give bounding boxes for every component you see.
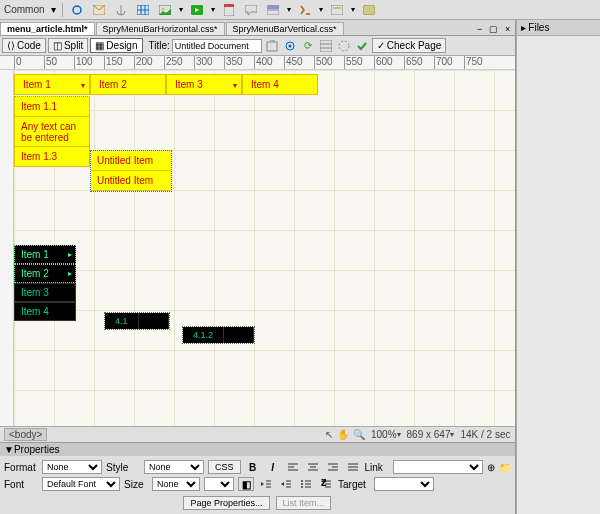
tab-spry-horizontal[interactable]: SpryMenuBarHorizontal.css* xyxy=(96,22,225,35)
tag-chooser-icon[interactable] xyxy=(361,2,377,18)
hmenu-submenu-1-3: Untitled Item Untitled Item xyxy=(90,150,172,192)
media-icon[interactable] xyxy=(189,2,205,18)
target-select[interactable] xyxy=(374,477,434,491)
table-icon[interactable] xyxy=(135,2,151,18)
vmenu-item-4[interactable]: Item 4 xyxy=(14,302,76,321)
select-tool-icon[interactable]: ↖ xyxy=(325,429,333,440)
svg-point-41 xyxy=(301,483,303,485)
chevron-down-icon: ▾ xyxy=(233,81,237,90)
unordered-list-icon[interactable] xyxy=(298,477,314,491)
dropdown-arrow-icon[interactable]: ▾ xyxy=(211,5,215,14)
size-unit-select[interactable] xyxy=(204,477,234,491)
submenu-item[interactable]: Item 1.1 xyxy=(14,96,90,117)
point-to-file-icon[interactable]: ⊕ xyxy=(487,462,495,473)
vsub-item-empty[interactable] xyxy=(139,313,169,329)
title-input[interactable] xyxy=(172,39,262,53)
target-label: Target xyxy=(338,479,370,490)
design-view-button[interactable]: ▦Design xyxy=(90,38,142,53)
vsub-item[interactable]: 4.1 xyxy=(105,313,139,329)
anchor-icon[interactable] xyxy=(113,2,129,18)
vmenu-item-1[interactable]: Item 1▸ xyxy=(14,245,76,264)
size-select[interactable]: None xyxy=(152,477,200,491)
submenu-item[interactable]: Item 1.3 xyxy=(14,147,90,167)
ordered-list-icon[interactable]: 12 xyxy=(318,477,334,491)
link-select[interactable] xyxy=(393,460,483,474)
view-options-icon[interactable] xyxy=(318,38,334,54)
dropdown-arrow-icon[interactable]: ▾ xyxy=(179,5,183,14)
dropdown-arrow-icon[interactable]: ▾ xyxy=(287,5,291,14)
browse-folder-icon[interactable]: 📁 xyxy=(499,462,511,473)
date-icon[interactable] xyxy=(221,2,237,18)
split-view-button[interactable]: ◫Split xyxy=(48,38,88,53)
hmenu-item-4[interactable]: Item 4 xyxy=(242,74,318,95)
toolbar-category[interactable]: Common xyxy=(4,4,45,15)
align-right-icon[interactable] xyxy=(325,460,341,474)
visual-aids-icon[interactable] xyxy=(336,38,352,54)
close-icon[interactable]: × xyxy=(501,23,515,35)
format-select[interactable]: None xyxy=(42,460,102,474)
style-select[interactable]: None xyxy=(144,460,204,474)
script-icon[interactable] xyxy=(297,2,313,18)
properties-panel: ▼ Properties Format None Style None CSS … xyxy=(0,442,515,514)
comment-icon[interactable] xyxy=(243,2,259,18)
vsub-item[interactable]: 4.1.2 xyxy=(183,327,224,343)
dropdown-arrow-icon[interactable]: ▾ xyxy=(351,5,355,14)
tag-selector[interactable]: <body> xyxy=(4,428,47,441)
check-page-button[interactable]: ✓Check Page xyxy=(372,38,446,53)
file-management-icon[interactable] xyxy=(264,38,280,54)
zoom-tool-icon[interactable]: 🔍 xyxy=(353,429,365,440)
code-view-button[interactable]: ⟨⟩Code xyxy=(2,38,46,53)
restore-icon[interactable]: ▢ xyxy=(487,23,501,35)
refresh-icon[interactable]: ⟳ xyxy=(300,38,316,54)
dropdown-arrow-icon[interactable]: ▾ xyxy=(51,4,56,15)
head-icon[interactable] xyxy=(265,2,281,18)
status-bar: <body> ↖ ✋ 🔍 100% ▾ 869 x 647 ▾ 14K / 2 … xyxy=(0,426,515,442)
document-tabs: menu_article.html* SpryMenuBarHorizontal… xyxy=(0,20,515,36)
submenu-item[interactable]: Any text can be entered xyxy=(14,117,90,147)
text-color-icon[interactable]: ◧ xyxy=(238,477,254,491)
preview-icon[interactable] xyxy=(282,38,298,54)
svg-rect-12 xyxy=(267,10,279,15)
properties-header[interactable]: ▼ Properties xyxy=(0,443,515,456)
align-center-icon[interactable] xyxy=(305,460,321,474)
vertical-ruler xyxy=(0,70,14,426)
indent-icon[interactable] xyxy=(278,477,294,491)
font-select[interactable]: Default Font xyxy=(42,477,120,491)
dropdown-arrow-icon[interactable]: ▾ xyxy=(397,430,401,439)
svg-rect-14 xyxy=(333,7,341,9)
vmenu-item-3[interactable]: Item 3 xyxy=(14,283,76,302)
validate-icon[interactable] xyxy=(354,38,370,54)
dropdown-arrow-icon[interactable]: ▾ xyxy=(319,5,323,14)
css-button[interactable]: CSS xyxy=(208,460,241,474)
hmenu-item-2[interactable]: Item 2 xyxy=(90,74,166,95)
minimize-icon[interactable]: − xyxy=(473,23,487,35)
outdent-icon[interactable] xyxy=(258,477,274,491)
align-left-icon[interactable] xyxy=(285,460,301,474)
email-icon[interactable] xyxy=(91,2,107,18)
tab-spry-vertical[interactable]: SpryMenuBarVertical.css* xyxy=(226,22,344,35)
page-properties-button[interactable]: Page Properties... xyxy=(183,496,269,510)
files-panel-header[interactable]: ▸ Files xyxy=(517,20,600,36)
italic-icon[interactable]: I xyxy=(265,460,281,474)
dropdown-arrow-icon[interactable]: ▾ xyxy=(450,430,454,439)
bold-icon[interactable]: B xyxy=(245,460,261,474)
hyperlink-icon[interactable] xyxy=(69,2,85,18)
window-size[interactable]: 869 x 647 xyxy=(407,429,451,440)
hmenu-item-1[interactable]: Item 1▾ xyxy=(14,74,90,95)
align-justify-icon[interactable] xyxy=(345,460,361,474)
design-icon: ▦ xyxy=(95,40,104,51)
list-item-button[interactable]: List Item... xyxy=(276,496,332,510)
tab-menu-article[interactable]: menu_article.html* xyxy=(0,22,95,35)
templates-icon[interactable] xyxy=(329,2,345,18)
svg-rect-10 xyxy=(224,4,234,7)
vsub-item-empty[interactable] xyxy=(224,327,254,343)
hmenu-item-3[interactable]: Item 3▾ xyxy=(166,74,242,95)
hand-tool-icon[interactable]: ✋ xyxy=(337,429,349,440)
vmenu-item-2[interactable]: Item 2▸ xyxy=(14,264,76,283)
zoom-level[interactable]: 100% xyxy=(371,429,397,440)
submenu-item[interactable]: Untitled Item xyxy=(91,171,171,191)
submenu-item[interactable]: Untitled Item xyxy=(91,151,171,171)
design-canvas[interactable]: Item 1▾ Item 2 Item 3▾ Item 4 Item 1.1 A… xyxy=(14,70,515,426)
image-icon[interactable] xyxy=(157,2,173,18)
svg-point-0 xyxy=(73,6,81,14)
